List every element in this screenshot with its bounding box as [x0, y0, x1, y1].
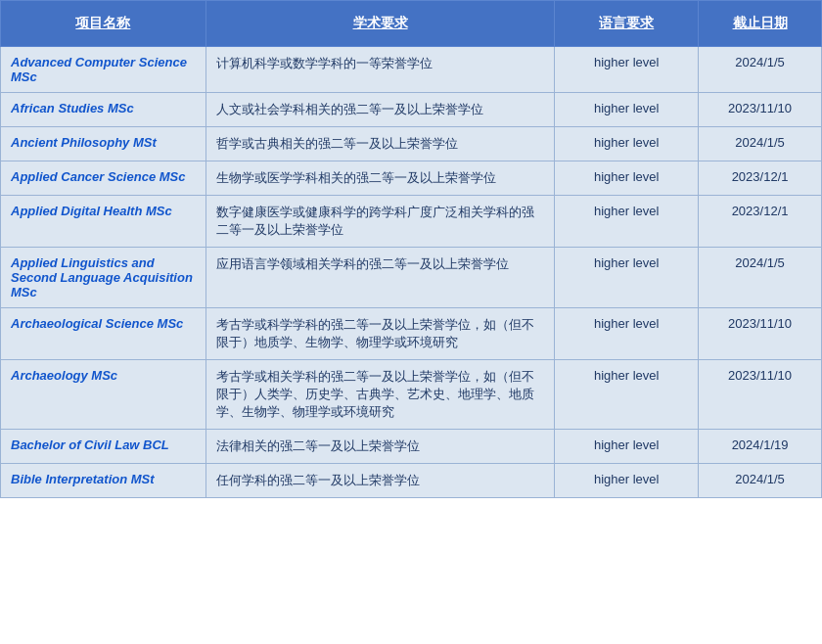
- cell-deadline: 2024/1/5: [699, 464, 822, 498]
- cell-language-requirement: higher level: [555, 360, 699, 430]
- cell-language-requirement: higher level: [555, 196, 699, 248]
- cell-academic-requirement: 任何学科的强二等一及以上荣誉学位: [206, 464, 555, 498]
- cell-project-name: African Studies MSc: [1, 93, 206, 127]
- cell-project-name: Applied Digital Health MSc: [1, 196, 206, 248]
- table-row: Bible Interpretation MSt任何学科的强二等一及以上荣誉学位…: [1, 464, 822, 498]
- cell-project-name: Advanced Computer Science MSc: [1, 47, 206, 93]
- cell-academic-requirement: 考古学或科学学科的强二等一及以上荣誉学位，如（但不限于）地质学、生物学、物理学或…: [206, 308, 555, 360]
- table-row: Advanced Computer Science MSc计算机科学或数学学科的…: [1, 47, 822, 93]
- cell-academic-requirement: 数字健康医学或健康科学的跨学科广度广泛相关学科的强二等一及以上荣誉学位: [206, 196, 555, 248]
- cell-deadline: 2024/1/5: [699, 127, 822, 161]
- cell-project-name: Archaeology MSc: [1, 360, 206, 430]
- cell-project-name: Applied Linguistics and Second Language …: [1, 248, 206, 308]
- cell-language-requirement: higher level: [555, 93, 699, 127]
- table-row: Ancient Philosophy MSt哲学或古典相关的强二等一及以上荣誉学…: [1, 127, 822, 161]
- header-language: 语言要求: [555, 1, 699, 47]
- cell-deadline: 2023/12/1: [699, 196, 822, 248]
- cell-language-requirement: higher level: [555, 47, 699, 93]
- cell-academic-requirement: 计算机科学或数学学科的一等荣誉学位: [206, 47, 555, 93]
- cell-academic-requirement: 哲学或古典相关的强二等一及以上荣誉学位: [206, 127, 555, 161]
- cell-project-name: Archaeological Science MSc: [1, 308, 206, 360]
- cell-language-requirement: higher level: [555, 430, 699, 464]
- cell-deadline: 2024/1/19: [699, 430, 822, 464]
- cell-project-name: Bachelor of Civil Law BCL: [1, 430, 206, 464]
- cell-deadline: 2024/1/5: [699, 248, 822, 308]
- header-deadline: 截止日期: [699, 1, 822, 47]
- cell-project-name: Ancient Philosophy MSt: [1, 127, 206, 161]
- table-row: African Studies MSc人文或社会学科相关的强二等一及以上荣誉学位…: [1, 93, 822, 127]
- cell-deadline: 2023/11/10: [699, 360, 822, 430]
- cell-language-requirement: higher level: [555, 248, 699, 308]
- cell-language-requirement: higher level: [555, 464, 699, 498]
- table-row: Archaeology MSc考古学或相关学科的强二等一及以上荣誉学位，如（但不…: [1, 360, 822, 430]
- cell-academic-requirement: 生物学或医学学科相关的强二等一及以上荣誉学位: [206, 161, 555, 196]
- header-academic: 学术要求: [206, 1, 555, 47]
- cell-project-name: Applied Cancer Science MSc: [1, 161, 206, 196]
- cell-academic-requirement: 人文或社会学科相关的强二等一及以上荣誉学位: [206, 93, 555, 127]
- cell-language-requirement: higher level: [555, 308, 699, 360]
- cell-academic-requirement: 应用语言学领域相关学科的强二等一及以上荣誉学位: [206, 248, 555, 308]
- table-row: Bachelor of Civil Law BCL法律相关的强二等一及以上荣誉学…: [1, 430, 822, 464]
- table-row: Applied Digital Health MSc数字健康医学或健康科学的跨学…: [1, 196, 822, 248]
- table-row: Archaeological Science MSc考古学或科学学科的强二等一及…: [1, 308, 822, 360]
- cell-project-name: Bible Interpretation MSt: [1, 464, 206, 498]
- cell-deadline: 2024/1/5: [699, 47, 822, 93]
- header-project-name: 项目名称: [1, 1, 206, 47]
- cell-academic-requirement: 法律相关的强二等一及以上荣誉学位: [206, 430, 555, 464]
- cell-language-requirement: higher level: [555, 127, 699, 161]
- table-header-row: 项目名称 学术要求 语言要求 截止日期: [1, 1, 822, 47]
- cell-language-requirement: higher level: [555, 161, 699, 196]
- table-row: Applied Cancer Science MSc生物学或医学学科相关的强二等…: [1, 161, 822, 196]
- cell-deadline: 2023/11/10: [699, 93, 822, 127]
- cell-deadline: 2023/12/1: [699, 161, 822, 196]
- cell-academic-requirement: 考古学或相关学科的强二等一及以上荣誉学位，如（但不限于）人类学、历史学、古典学、…: [206, 360, 555, 430]
- main-table: 项目名称 学术要求 语言要求 截止日期 Advanced Computer Sc…: [0, 0, 822, 498]
- cell-deadline: 2023/11/10: [699, 308, 822, 360]
- table-row: Applied Linguistics and Second Language …: [1, 248, 822, 308]
